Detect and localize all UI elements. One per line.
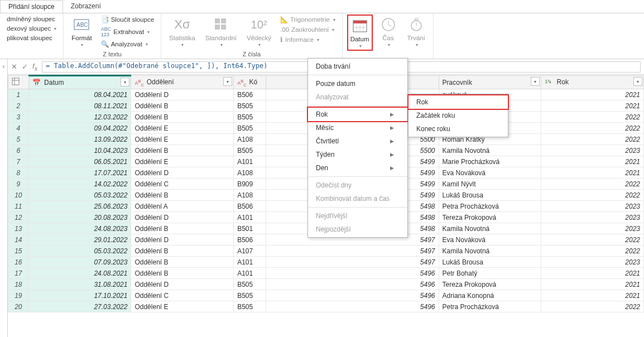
cell-oddeleni[interactable]: Oddělení E — [131, 134, 234, 145]
column-header-oddeleni[interactable]: ABC Oddělení ▾ — [131, 76, 234, 89]
trig-button[interactable]: 📐 Trigonometrie▾ — [278, 15, 338, 25]
cell-pracovnik[interactable]: Petra Procházková — [439, 301, 541, 312]
row-number[interactable]: 20 — [8, 301, 29, 312]
cell-kod[interactable]: B505 — [234, 301, 266, 312]
cell-datum[interactable]: 17.10.2021 — [28, 290, 131, 301]
cell-rok[interactable]: 2023 — [541, 212, 644, 223]
filter-button[interactable]: ▾ — [121, 78, 129, 86]
cell-kod[interactable]: B506 — [234, 89, 266, 100]
cell-oddeleni[interactable]: Oddělení D — [131, 89, 234, 100]
filter-button[interactable]: ▾ — [531, 77, 540, 86]
format-button[interactable]: ABC Formát▾ — [68, 15, 95, 49]
statistics-button[interactable]: Χσ Statistika▾ — [166, 15, 199, 49]
cell-oddeleni[interactable]: Oddělení A — [131, 201, 234, 212]
cell-oddeleni[interactable]: Oddělení B — [131, 257, 234, 268]
cell-oddeleni[interactable]: Oddělení B — [131, 145, 234, 156]
cell-kod[interactable]: B505 — [234, 112, 266, 123]
cell-value[interactable]: 5496 — [266, 268, 439, 279]
cell-rok[interactable]: 2023 — [541, 201, 644, 212]
cell-rok[interactable]: 2022 — [541, 190, 644, 201]
cell-datum[interactable]: 17.07.2021 — [28, 167, 131, 179]
cell-rok[interactable]: 2021 — [541, 89, 644, 100]
cell-value[interactable]: 5496 — [266, 290, 439, 301]
row-number[interactable]: 12 — [8, 212, 29, 223]
rounding-button[interactable]: .00 Zaokrouhlení▾ — [278, 25, 338, 34]
date-button[interactable]: Datum▾ — [347, 15, 373, 51]
cell-pracovnik[interactable]: Petr Bohatý — [439, 268, 541, 279]
cell-kod[interactable]: B909 — [234, 179, 266, 190]
cell-value[interactable]: 5496 — [266, 279, 439, 290]
menu-item-week[interactable]: Týden▶ — [308, 148, 407, 161]
row-number[interactable]: 5 — [8, 134, 29, 145]
cell-value[interactable]: 5497 — [266, 245, 439, 257]
cell-rok[interactable]: 2022 — [541, 179, 644, 190]
cell-pracovnik[interactable]: Kamila Novotná — [439, 245, 541, 257]
cell-pracovnik[interactable]: Tereza Prokopová — [439, 279, 541, 290]
cell-oddeleni[interactable]: Oddělení B — [131, 112, 234, 123]
filter-button[interactable]: ▾ — [633, 77, 642, 86]
extract-button[interactable]: ABC123 Extrahovat▾ — [99, 25, 156, 38]
cell-kod[interactable]: A108 — [234, 167, 266, 179]
cell-oddeleni[interactable]: Oddělení B — [131, 245, 234, 257]
merge-columns-button[interactable]: 📑 Sloučit sloupce — [99, 15, 156, 25]
cell-rok[interactable]: 2021 — [541, 279, 644, 290]
cell-datum[interactable]: 13.09.2022 — [28, 134, 131, 145]
menu-item-date-only[interactable]: Pouze datum — [308, 77, 407, 90]
cell-rok[interactable]: 2022 — [541, 134, 644, 145]
cell-oddeleni[interactable]: Oddělení D — [131, 212, 234, 223]
cell-oddeleni[interactable]: Oddělení B — [131, 190, 234, 201]
row-number[interactable]: 1 — [8, 89, 29, 100]
cell-pracovnik[interactable]: Marie Procházková — [439, 156, 541, 167]
cell-datum[interactable]: 05.03.2022 — [28, 190, 131, 201]
row-number[interactable]: 19 — [8, 290, 29, 301]
table-row[interactable]: 1917.10.2021Oddělení CB5055496Adriana Ko… — [8, 290, 644, 301]
cell-datum[interactable]: 10.04.2023 — [28, 145, 131, 156]
row-number[interactable]: 11 — [8, 201, 29, 212]
cell-rok[interactable]: 2022 — [541, 245, 644, 257]
cell-datum[interactable]: 12.03.2022 — [28, 112, 131, 123]
index-column-button[interactable]: dexový sloupec▾ — [4, 24, 59, 33]
duration-button[interactable]: Trvání▾ — [404, 15, 429, 49]
conditional-column-button[interactable]: dmíněný sloupec — [4, 15, 59, 23]
menu-item-quarter[interactable]: Čtvrtletí▶ — [308, 134, 407, 148]
cell-kod[interactable]: B505 — [234, 279, 266, 290]
cell-pracovnik[interactable]: Lukáš Brousa — [439, 257, 541, 268]
cell-datum[interactable]: 08.11.2021 — [28, 100, 131, 112]
cell-rok[interactable]: 2021 — [541, 167, 644, 179]
table-row[interactable]: 1724.08.2021Oddělení BA1015496Petr Bohat… — [8, 268, 644, 279]
cell-datum[interactable]: 09.04.2022 — [28, 123, 131, 134]
cell-kod[interactable]: A101 — [234, 212, 266, 223]
cell-rok[interactable]: 2022 — [541, 123, 644, 134]
table-row[interactable]: 1831.08.2021Oddělení DB5055496Tereza Pro… — [8, 279, 644, 290]
cell-pracovnik[interactable]: Adriana Konopná — [439, 290, 541, 301]
standard-button[interactable]: Standardní▾ — [202, 15, 240, 49]
cell-oddeleni[interactable]: Oddělení E — [131, 156, 234, 167]
cell-datum[interactable]: 20.08.2023 — [28, 212, 131, 223]
tab-add-column[interactable]: Přidání sloupce — [0, 0, 63, 13]
cell-rok[interactable]: 2023 — [541, 145, 644, 156]
cell-oddeleni[interactable]: Oddělení C — [131, 290, 234, 301]
cell-kod[interactable]: B505 — [234, 100, 266, 112]
cell-pracovnik[interactable]: Kamila Novotná — [439, 223, 541, 234]
cell-kod[interactable]: A108 — [234, 190, 266, 201]
cell-oddeleni[interactable]: Oddělení B — [131, 268, 234, 279]
cell-oddeleni[interactable]: Oddělení D — [131, 234, 234, 245]
filter-button[interactable]: ▾ — [223, 77, 232, 86]
cell-rok[interactable]: 2021 — [541, 290, 644, 301]
duplicate-column-button[interactable]: plikovat sloupec — [4, 33, 59, 42]
cell-oddeleni[interactable]: Oddělení B — [131, 100, 234, 112]
cell-value[interactable]: 5497 — [266, 257, 439, 268]
row-number[interactable]: 7 — [8, 156, 29, 167]
cell-datum[interactable]: 14.02.2022 — [28, 179, 131, 190]
row-number[interactable]: 3 — [8, 112, 29, 123]
cell-rok[interactable]: 2021 — [541, 100, 644, 112]
row-number[interactable]: 15 — [8, 245, 29, 257]
cell-kod[interactable]: A101 — [234, 257, 266, 268]
cell-rok[interactable]: 2023 — [541, 257, 644, 268]
formula-cancel-button[interactable]: ✕ — [11, 62, 17, 71]
info-button[interactable]: ℹ Informace▾ — [278, 35, 338, 45]
cell-datum[interactable]: 27.03.2022 — [28, 301, 131, 312]
corner-cell[interactable] — [8, 76, 29, 89]
cell-datum[interactable]: 24.08.2021 — [28, 268, 131, 279]
cell-pracovnik[interactable]: Kamila Novotná — [439, 145, 541, 156]
